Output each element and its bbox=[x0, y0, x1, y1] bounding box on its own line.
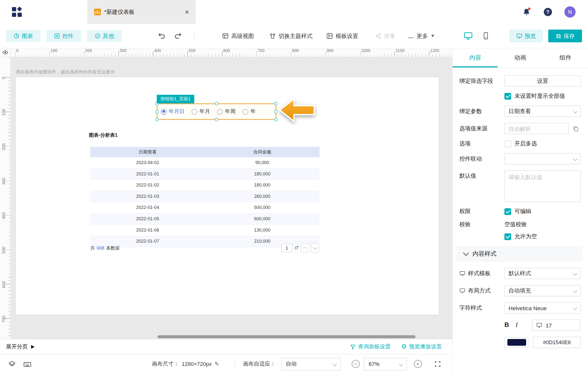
query-panel-settings-button[interactable]: 查询面板设置 bbox=[350, 343, 391, 350]
preview-play-settings-button[interactable]: ⚙ 预览播放设置 bbox=[401, 343, 442, 350]
table-row: 2022-01-04500,000 bbox=[90, 202, 319, 214]
undo-icon[interactable] bbox=[158, 32, 166, 40]
resize-handle-se[interactable] bbox=[274, 118, 277, 121]
expand-pages-label: 展开分页 bbox=[6, 343, 28, 350]
resize-handle-s[interactable] bbox=[215, 118, 218, 121]
charts-button-label: 图表 bbox=[22, 33, 33, 40]
validation-type: 空值校验 bbox=[504, 221, 537, 228]
close-tab-icon[interactable]: × bbox=[185, 8, 189, 16]
zoom-select[interactable]: 67% bbox=[364, 358, 407, 371]
resize-handle-w[interactable] bbox=[155, 110, 159, 114]
ruler-h-label: 500 bbox=[189, 48, 196, 53]
font-size-select[interactable]: 17 bbox=[532, 320, 580, 331]
layout-mode-select[interactable]: 自动填充 bbox=[504, 285, 581, 296]
help-icon[interactable]: ? bbox=[544, 8, 552, 16]
widget-linkage-select[interactable] bbox=[504, 153, 581, 165]
document-tab[interactable]: *新建仪表板 × bbox=[87, 0, 196, 24]
widgets-button[interactable]: 控件 bbox=[47, 30, 81, 42]
pie-chart-icon bbox=[14, 33, 19, 39]
save-button[interactable]: 保存 bbox=[548, 30, 582, 42]
table-cell: 2023-04-01 bbox=[90, 157, 205, 168]
multi-select-checkbox[interactable] bbox=[504, 140, 511, 147]
copy-icon[interactable] bbox=[573, 125, 579, 132]
edit-pencil-icon[interactable]: ✎ bbox=[214, 360, 219, 367]
theme-style-button[interactable]: 切换主题样式 bbox=[269, 24, 312, 48]
page-input[interactable] bbox=[281, 244, 293, 252]
bind-filter-settings-button[interactable]: 设置 bbox=[504, 75, 581, 87]
show-all-checkbox[interactable] bbox=[504, 93, 511, 99]
canvas-fit-label: 画布自适应： bbox=[243, 360, 276, 368]
option-source-input[interactable] bbox=[504, 123, 569, 134]
notification-bell-icon[interactable] bbox=[522, 7, 531, 16]
fullscreen-icon[interactable] bbox=[434, 361, 441, 367]
charts-button[interactable]: 图表 bbox=[6, 30, 40, 42]
radio-option[interactable]: 年月日 bbox=[161, 108, 184, 115]
radio-dot-icon bbox=[192, 109, 197, 115]
app-logo-icon[interactable] bbox=[11, 6, 23, 18]
canvas[interactable]: 按钮组1_页面1 年月日年月年周年 图表- bbox=[16, 77, 439, 315]
bind-param-select[interactable]: 日期查看 bbox=[504, 106, 581, 117]
ruler-v-label: 600 bbox=[1, 279, 6, 290]
style-template-select[interactable]: 默认样式 bbox=[504, 268, 581, 279]
ruler-h-label: 100 bbox=[51, 48, 57, 53]
others-button[interactable]: 其他 bbox=[87, 30, 122, 42]
chevron-down-icon bbox=[573, 288, 577, 293]
preview-button[interactable]: 预览 bbox=[509, 30, 543, 42]
advanced-view-button[interactable]: 高级视图 bbox=[222, 24, 254, 48]
panel-tabs: 内容 动画 组件 bbox=[453, 48, 588, 68]
radio-option[interactable]: 年 bbox=[243, 108, 256, 115]
page-down-button[interactable] bbox=[311, 243, 319, 252]
user-avatar[interactable]: N bbox=[564, 6, 576, 18]
font-family-select[interactable]: Helvetica Neue bbox=[504, 302, 581, 314]
resize-handle-e[interactable] bbox=[274, 110, 277, 114]
preview-monitor-icon bbox=[516, 33, 522, 39]
expand-pages-button[interactable]: 展开分页 bbox=[6, 343, 35, 350]
table-row: 2022-01-01180,000 bbox=[90, 169, 319, 180]
caret-down-icon bbox=[431, 35, 434, 37]
style-template-label: 样式模板 bbox=[459, 270, 504, 277]
share-icon bbox=[375, 33, 381, 39]
allow-empty-checkbox[interactable] bbox=[504, 233, 511, 240]
default-value-textarea[interactable] bbox=[504, 170, 581, 202]
canvas-size-group: 画布尺寸： 1280×720px ✎ bbox=[152, 354, 219, 373]
ruler-h-label: 600 bbox=[223, 48, 230, 53]
ruler-v-label: 100 bbox=[1, 107, 6, 118]
editable-checkbox[interactable] bbox=[504, 208, 511, 215]
canvas-fit-select[interactable]: 自动 bbox=[281, 357, 341, 370]
desktop-view-toggle[interactable] bbox=[463, 31, 473, 40]
resize-handle-ne[interactable] bbox=[274, 102, 277, 105]
multi-select-label: 开启多选 bbox=[514, 140, 537, 147]
zoom-out-button[interactable]: − bbox=[352, 360, 360, 368]
tab-content[interactable]: 内容 bbox=[453, 48, 498, 68]
radio-option[interactable]: 年周 bbox=[217, 108, 235, 115]
button-group-component[interactable]: 年月日年月年周年 bbox=[157, 103, 276, 120]
font-color-picker[interactable] bbox=[504, 337, 529, 348]
redo-icon[interactable] bbox=[174, 32, 182, 40]
keyboard-icon[interactable] bbox=[23, 360, 31, 369]
ruler-corner[interactable] bbox=[0, 48, 11, 57]
allow-empty-label: 允许为空 bbox=[514, 233, 537, 240]
italic-button[interactable]: I bbox=[516, 322, 529, 329]
zoom-in-button[interactable]: + bbox=[414, 360, 422, 368]
radio-option[interactable]: 年月 bbox=[192, 108, 210, 115]
more-button[interactable]: … 更多 bbox=[408, 24, 434, 48]
page-up-button[interactable] bbox=[301, 243, 309, 252]
mobile-view-toggle[interactable] bbox=[481, 32, 490, 40]
resize-handle-sw[interactable] bbox=[155, 118, 159, 121]
monitor-icon bbox=[459, 288, 465, 294]
table-cell: 180,000 bbox=[205, 180, 319, 191]
canvas-region[interactable]: 请在画布内放置组件，超出画布外的内容无法显示 按钮组1_页面1 年月日年月年周年 bbox=[11, 57, 452, 339]
template-settings-label: 模板设置 bbox=[336, 33, 358, 40]
table-row: 2022-01-06130,000 bbox=[90, 225, 319, 236]
horizontal-scrollbar[interactable] bbox=[158, 335, 416, 338]
tab-animation[interactable]: 动画 bbox=[498, 48, 543, 68]
bold-button[interactable]: B bbox=[504, 322, 516, 329]
canvas-hint: 请在画布内放置组件，超出画布外的内容无法显示 bbox=[16, 69, 115, 75]
content-style-section-header[interactable]: 内容样式 bbox=[456, 246, 582, 262]
layers-icon[interactable] bbox=[8, 360, 16, 368]
device-divider bbox=[478, 32, 478, 40]
template-settings-button[interactable]: 模板设置 bbox=[326, 24, 358, 48]
color-hex-input[interactable]: #0D1540E6 bbox=[533, 337, 581, 348]
tab-component[interactable]: 组件 bbox=[543, 48, 588, 68]
resize-handle-n[interactable] bbox=[215, 102, 218, 105]
